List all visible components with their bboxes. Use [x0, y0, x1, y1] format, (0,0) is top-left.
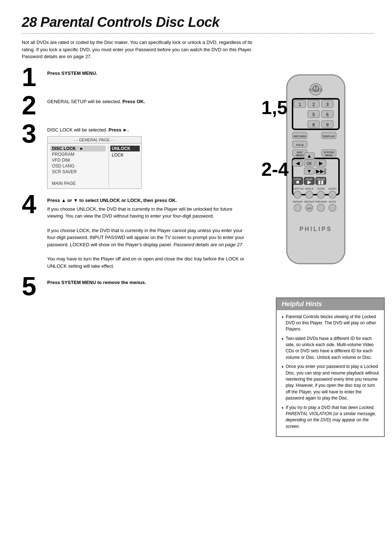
- menu-submenu: UNLOCK LOCK: [109, 145, 141, 187]
- step-1-number: 1: [22, 64, 47, 90]
- svg-text:◀: ◀: [296, 160, 300, 166]
- svg-point-60: [317, 191, 324, 198]
- remote-label-24: 2-4: [261, 158, 289, 180]
- section-divider: [22, 33, 374, 34]
- svg-text:REPEAT: REPEAT: [304, 200, 314, 203]
- menu-item-disc-lock: DISC LOCK ►: [50, 146, 106, 151]
- step-1-content: Press SYSTEM MENU.: [47, 68, 247, 78]
- step-2: 2 GENERAL SETUP will be selected. Press …: [22, 96, 247, 118]
- step-2-number: 2: [22, 92, 47, 118]
- svg-text:AUDIO: AUDIO: [328, 187, 337, 190]
- step-3-text: DISC LOCK will be selected. Press ►.: [47, 126, 247, 134]
- svg-text:A-B: A-B: [307, 207, 311, 210]
- step-4-para3: You may have to turn the Player off and …: [47, 255, 247, 270]
- step-4-para1: If you choose UNLOCK, the DVD that is cu…: [47, 206, 247, 220]
- svg-text:DISPLAY: DISPLAY: [323, 135, 335, 138]
- remote-control: 1,5 2-4 POWER: [258, 71, 381, 283]
- svg-text:6: 6: [326, 112, 329, 117]
- svg-text:SUBTITLE: SUBTITLE: [291, 187, 304, 190]
- hint-bullet-1: •: [282, 314, 283, 320]
- step-4-content: Press ▲ or ▼ to select UNLOCK or LOCK, t…: [47, 195, 247, 271]
- svg-text:3: 3: [326, 102, 329, 107]
- svg-text:PHILIPS: PHILIPS: [299, 226, 332, 232]
- submenu-unlock: UNLOCK: [110, 146, 140, 151]
- hints-body: • Parental Controls blocks viewing of th…: [277, 310, 384, 437]
- svg-text:TITLE: TITLE: [296, 143, 304, 147]
- step-3: 3 DISC LOCK will be selected. Press ►. -…: [22, 124, 247, 189]
- step-4-heading: Press ▲ or ▼ to select UNLOCK or LOCK, t…: [47, 197, 247, 204]
- step-5: 5 Press SYSTEM MENU to remove the menus.: [22, 277, 247, 299]
- svg-text:9: 9: [326, 122, 329, 127]
- helpful-hints-box: Helpful Hints • Parental Controls blocks…: [276, 297, 385, 437]
- step-5-text: Press SYSTEM MENU to remove the menus.: [47, 279, 247, 286]
- step-4: 4 Press ▲ or ▼ to select UNLOCK or LOCK,…: [22, 195, 247, 271]
- hints-title: Helpful Hints: [277, 298, 384, 310]
- svg-text:▼: ▼: [307, 168, 312, 174]
- left-column: 1 Press SYSTEM MENU. 2 GENERAL SETUP wil…: [22, 68, 247, 437]
- svg-point-59: [306, 191, 313, 198]
- hint-text-3: Once you enter your password to play a L…: [286, 364, 379, 401]
- svg-point-61: [329, 191, 336, 198]
- menu-item-scr-saver: SCR SAVER: [50, 169, 106, 175]
- menu-item-program: PROGRAM: [50, 151, 106, 157]
- hint-text-1: Parental Controls blocks viewing of the …: [286, 314, 379, 333]
- step-4-number: 4: [22, 191, 47, 217]
- hint-text-4: If you try to play a DVD that has been L…: [286, 405, 379, 430]
- step-4-para2: If you choose LOCK, the DVD that is curr…: [47, 227, 247, 248]
- svg-text:■: ■: [296, 179, 299, 185]
- right-column: 1,5 2-4 POWER: [254, 68, 385, 437]
- page-title: 28 Parental Controls Disc Lock: [22, 15, 374, 30]
- svg-text:▶: ▶: [307, 179, 311, 185]
- hint-item-2: • Two-sided DVDs have a different ID for…: [282, 336, 379, 361]
- menu-item-blank: [50, 175, 106, 181]
- svg-text:MENU: MENU: [325, 154, 333, 157]
- menu-item-osd-lang: OSD LANG: [50, 163, 106, 169]
- svg-text:5: 5: [313, 112, 315, 117]
- svg-point-66: [294, 204, 301, 211]
- step-1: 1 Press SYSTEM MENU.: [22, 68, 247, 90]
- page: 28 Parental Controls Disc Lock Not all D…: [0, 0, 392, 555]
- svg-text:ANGLE: ANGLE: [305, 187, 314, 190]
- menu-box: - - GENERAL PAGE - - DISC LOCK ► PROGRAM…: [47, 136, 142, 189]
- main-layout: 1 Press SYSTEM MENU. 2 GENERAL SETUP wil…: [22, 68, 374, 437]
- step-3-content: DISC LOCK will be selected. Press ►. - -…: [47, 124, 247, 189]
- menu-item-main-page: MAIN PAGE: [50, 181, 106, 186]
- svg-text:▲: ▲: [307, 153, 312, 159]
- intro-text: Not all DVDs are rated or coded by the D…: [22, 39, 254, 60]
- submenu-lock: LOCK: [110, 152, 140, 158]
- svg-text:MUTE: MUTE: [329, 200, 336, 203]
- step-3-number: 3: [22, 121, 47, 147]
- hint-text-2: Two-sided DVDs have a different ID for e…: [286, 336, 379, 361]
- svg-text:DISC: DISC: [297, 151, 303, 154]
- svg-text:REPEAT: REPEAT: [293, 200, 303, 203]
- svg-text:8: 8: [313, 122, 315, 127]
- step-2-content: GENERAL SETUP will be selected. Press OK…: [47, 96, 247, 107]
- hint-item-3: • Once you enter your password to play a…: [282, 364, 379, 401]
- step-1-text: Press SYSTEM MENU.: [47, 70, 247, 77]
- step-5-number: 5: [22, 273, 47, 299]
- svg-text:ZOOM: ZOOM: [317, 187, 325, 190]
- svg-text:1: 1: [299, 102, 301, 107]
- svg-text:SYSTEM: SYSTEM: [324, 151, 334, 154]
- hint-item-4: • If you try to play a DVD that has been…: [282, 405, 379, 430]
- hint-bullet-3: •: [282, 364, 283, 370]
- hint-bullet-2: •: [282, 336, 283, 342]
- hint-item-1: • Parental Controls blocks viewing of th…: [282, 314, 379, 333]
- menu-header: - - GENERAL PAGE - -: [48, 137, 141, 143]
- svg-point-70: [329, 204, 336, 211]
- menu-items-list: DISC LOCK ► PROGRAM VFD DIM OSD LANG SCR…: [48, 145, 109, 187]
- svg-text:RETURN: RETURN: [294, 135, 306, 138]
- svg-text:2: 2: [313, 102, 315, 107]
- svg-text:▶▶|: ▶▶|: [316, 168, 326, 174]
- step-2-text: GENERAL SETUP will be selected. Press OK…: [47, 98, 247, 105]
- svg-text:▮▮: ▮▮: [318, 179, 324, 185]
- menu-body: DISC LOCK ► PROGRAM VFD DIM OSD LANG SCR…: [48, 143, 141, 189]
- svg-text:MENU: MENU: [296, 154, 304, 157]
- svg-point-58: [294, 191, 301, 198]
- svg-text:PREVIEW: PREVIEW: [315, 200, 327, 203]
- svg-text:▶: ▶: [319, 160, 323, 166]
- svg-text:OK: OK: [307, 162, 312, 166]
- svg-point-69: [317, 204, 324, 211]
- step-5-content: Press SYSTEM MENU to remove the menus.: [47, 277, 247, 288]
- hint-bullet-4: •: [282, 405, 283, 411]
